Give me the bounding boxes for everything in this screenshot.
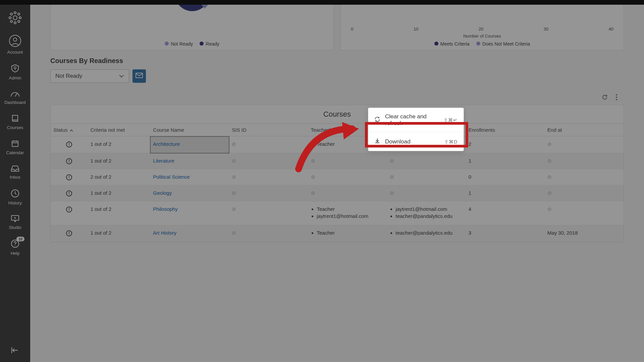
- menu-clear-cache[interactable]: Clear cache and refresh ⇧⌘↵: [368, 108, 464, 132]
- menu-shortcut: ⇧⌘↵: [444, 117, 458, 123]
- menu-shortcut: ⇧⌘D: [444, 139, 458, 144]
- menu-download[interactable]: Download ⇧⌘D: [368, 132, 464, 151]
- dim-overlay: [0, 0, 644, 256]
- download-icon: [374, 138, 380, 145]
- menu-label: Download: [385, 138, 411, 145]
- menu-label: Clear cache and refresh: [385, 113, 439, 127]
- table-options-menu: Clear cache and refresh ⇧⌘↵ Download ⇧⌘D: [368, 108, 464, 151]
- refresh-icon: [374, 116, 380, 124]
